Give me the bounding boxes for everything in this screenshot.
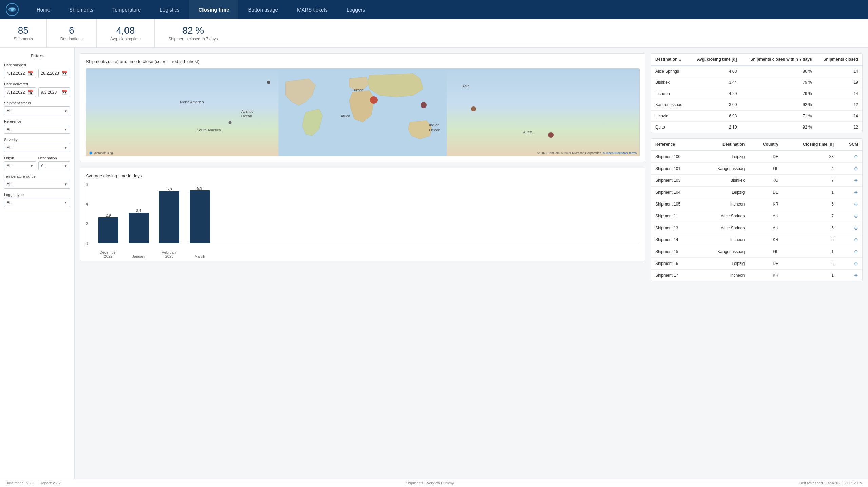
calendar-icon-2: 📅 [62, 71, 67, 76]
bar-x-label-3: March [195, 254, 205, 258]
svg-point-1 [11, 8, 14, 11]
dest-cell-closed: 14 [816, 88, 862, 99]
chevron-down-icon-3: ▼ [64, 146, 67, 150]
date-delivered-to-input[interactable]: 9.3.2023 📅 [38, 87, 71, 97]
date-shipped-from-input[interactable]: 4.12.2022 📅 [4, 69, 36, 78]
nav-item-temperature[interactable]: Temperature [103, 0, 150, 19]
ship-table-row: Shipment 104 Leipzig DE 1 ⊕ [651, 187, 862, 198]
dest-col-destination[interactable]: Destination ▲ [651, 54, 689, 65]
ship-col-destination[interactable]: Destination [698, 139, 749, 151]
temp-range-select[interactable]: All ▼ [4, 180, 70, 189]
ship-cell-scm[interactable]: ⊕ [838, 222, 862, 234]
calendar-icon-4: 📅 [62, 90, 67, 95]
scm-link-icon[interactable]: ⊕ [854, 213, 858, 219]
ship-cell-closing-time: 7 [783, 210, 838, 222]
ship-col-scm[interactable]: SCM [838, 139, 862, 151]
footer-right: Last refreshed 11/23/2023 5:11:12 PM [799, 481, 863, 485]
scm-link-icon[interactable]: ⊕ [854, 178, 858, 183]
ship-cell-scm[interactable]: ⊕ [838, 175, 862, 187]
bar-chart-section: Average closing time in days 6 4 2 0 2,9… [80, 168, 645, 261]
terms-link[interactable]: Terms [629, 151, 637, 155]
scm-link-icon[interactable]: ⊕ [854, 225, 858, 231]
nav-item-closing-time[interactable]: Closing time [189, 0, 238, 19]
ship-cell-scm[interactable]: ⊕ [838, 198, 862, 210]
nav-item-logistics[interactable]: Logistics [150, 0, 189, 19]
map-dot-2 [421, 102, 427, 108]
openstreetmap-link[interactable]: © OpenStreetMap [603, 151, 628, 155]
origin-select[interactable]: All ▼ [4, 161, 36, 170]
dest-cell-destination: Incheon [651, 88, 689, 99]
bar-chart-y-axis: 6 4 2 0 [86, 182, 91, 246]
ship-cell-reference: Shipment 11 [651, 210, 698, 222]
ship-cell-country: KG [749, 175, 783, 187]
nav-item-loggers[interactable]: Loggers [337, 0, 374, 19]
dest-cell-closed7d: 92 % [741, 122, 816, 133]
nav-links: HomeShipmentsTemperatureLogisticsClosing… [27, 0, 863, 19]
ship-cell-reference: Shipment 103 [651, 175, 698, 187]
nav-item-shipments[interactable]: Shipments [60, 0, 103, 19]
reference-select[interactable]: All ▼ [4, 125, 70, 134]
ship-cell-destination: Leipzig [698, 258, 749, 270]
origin-label: Origin [4, 156, 36, 160]
ship-cell-destination: Alice Springs [698, 222, 749, 234]
dest-cell-destination: Alice Springs [651, 65, 689, 77]
ship-cell-closing-time: 23 [783, 151, 838, 163]
date-delivered-from-input[interactable]: 7.12.2022 📅 [4, 87, 36, 97]
scm-link-icon[interactable]: ⊕ [854, 273, 858, 278]
date-shipped-to-input[interactable]: 28.2.2023 📅 [38, 69, 71, 78]
dest-cell-destination: Bishkek [651, 77, 689, 88]
ship-cell-scm[interactable]: ⊕ [838, 187, 862, 198]
bar-x-label-1: January [132, 254, 145, 258]
ship-cell-closing-time: 6 [783, 258, 838, 270]
north-america-label: North America [180, 100, 204, 104]
ship-cell-destination: Kangerlussuaq [698, 163, 749, 175]
scm-link-icon[interactable]: ⊕ [854, 261, 858, 266]
map-dot-0 [267, 81, 270, 84]
logger-type-select[interactable]: All ▼ [4, 198, 70, 207]
ship-cell-destination: Leipzig [698, 151, 749, 163]
chevron-down-icon-5: ▼ [64, 164, 67, 168]
dest-col-closed-7d[interactable]: Shipments closed within 7 days [741, 54, 816, 65]
destination-label: Destination [38, 156, 71, 160]
ship-cell-country: DE [749, 258, 783, 270]
dest-col-avg-closing[interactable]: Avg. closing time [d] [689, 54, 741, 65]
ship-cell-scm[interactable]: ⊕ [838, 151, 862, 163]
dest-cell-avg: 4,08 [689, 65, 741, 77]
ship-col-reference[interactable]: Reference [651, 139, 698, 151]
shipment-status-select[interactable]: All ▼ [4, 106, 70, 115]
ship-cell-scm[interactable]: ⊕ [838, 234, 862, 246]
ship-cell-closing-time: 4 [783, 163, 838, 175]
nav-item-home[interactable]: Home [27, 0, 60, 19]
ship-col-closing-time[interactable]: Closing time [d] [783, 139, 838, 151]
logo [5, 3, 19, 16]
ship-cell-closing-time: 1 [783, 246, 838, 258]
severity-select[interactable]: All ▼ [4, 143, 70, 152]
scm-link-icon[interactable]: ⊕ [854, 166, 858, 171]
scm-link-icon[interactable]: ⊕ [854, 201, 858, 207]
map-container[interactable]: North America Europe Asia AtlanticOcean … [86, 68, 640, 156]
ship-cell-scm[interactable]: ⊕ [838, 210, 862, 222]
scm-link-icon[interactable]: ⊕ [854, 190, 858, 195]
ship-cell-destination: Leipzig [698, 187, 749, 198]
ship-cell-scm[interactable]: ⊕ [838, 270, 862, 281]
destination-select[interactable]: All ▼ [38, 161, 71, 170]
nav-item-button-usage[interactable]: Button usage [238, 0, 287, 19]
scm-link-icon[interactable]: ⊕ [854, 154, 858, 159]
ship-table-row: Shipment 11 Alice Springs AU 7 ⊕ [651, 210, 862, 222]
logger-type-label: Logger type [4, 193, 70, 197]
scm-link-icon[interactable]: ⊕ [854, 237, 858, 242]
dest-col-closed[interactable]: Shipments closed [816, 54, 862, 65]
ship-cell-scm[interactable]: ⊕ [838, 246, 862, 258]
ship-cell-scm[interactable]: ⊕ [838, 258, 862, 270]
right-panel: Destination ▲ Avg. closing time [d] Ship… [651, 48, 868, 479]
ship-cell-destination: Alice Springs [698, 210, 749, 222]
nav-item-mars-tickets[interactable]: MARS tickets [288, 0, 337, 19]
bar-label-2: 5,8 [167, 187, 172, 191]
dest-table-row: Bishkek 3,44 79 % 19 [651, 77, 862, 88]
ship-cell-scm[interactable]: ⊕ [838, 163, 862, 175]
bar-x-label-0: December 2022 [100, 250, 117, 258]
ship-col-country[interactable]: Country [749, 139, 783, 151]
scm-link-icon[interactable]: ⊕ [854, 249, 858, 254]
dest-cell-avg: 3,44 [689, 77, 741, 88]
bar-label-1: 3,4 [136, 209, 141, 213]
